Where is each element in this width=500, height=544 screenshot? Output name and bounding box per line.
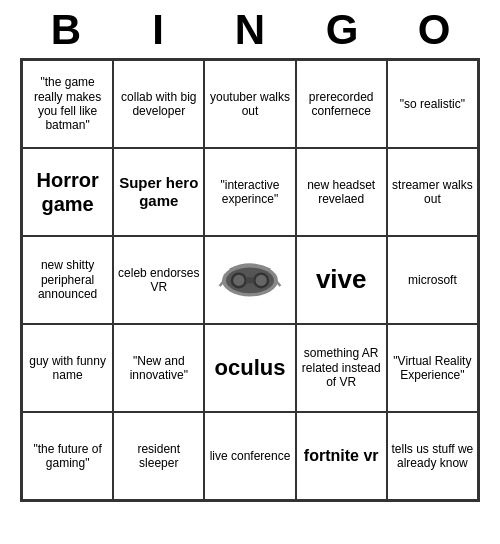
cell-text: tells us stuff we already know — [391, 442, 474, 471]
vr-headset-icon — [218, 258, 282, 302]
cell-text: "the game really makes you fell like bat… — [26, 75, 109, 133]
cell-text: "New and innovative" — [117, 354, 200, 383]
cell-text: live conference — [210, 449, 291, 463]
cell-text: fortnite vr — [304, 446, 379, 465]
cell-text: something AR related instead of VR — [300, 346, 383, 389]
cell-r4c0: "the future of gaming" — [22, 412, 113, 500]
cell-r1c0: Horror game — [22, 148, 113, 236]
cell-text: Horror game — [26, 168, 109, 216]
cell-text: resident sleeper — [117, 442, 200, 471]
cell-text: streamer walks out — [391, 178, 474, 207]
cell-text: "Virtual Reality Experience" — [391, 354, 474, 383]
cell-r3c4: "Virtual Reality Experience" — [387, 324, 478, 412]
svg-point-3 — [233, 275, 244, 286]
cell-text: oculus — [215, 355, 286, 381]
cell-r0c2: youtuber walks out — [204, 60, 295, 148]
cell-r4c3: fortnite vr — [296, 412, 387, 500]
cell-r1c4: streamer walks out — [387, 148, 478, 236]
letter-b: B — [38, 6, 94, 54]
svg-point-5 — [256, 275, 267, 286]
letter-i: I — [130, 6, 186, 54]
cell-text: prerecorded confernece — [300, 90, 383, 119]
cell-r2c3: vive — [296, 236, 387, 324]
cell-r0c4: "so realistic" — [387, 60, 478, 148]
cell-r1c1: Super hero game — [113, 148, 204, 236]
cell-text: collab with big developer — [117, 90, 200, 119]
cell-r0c1: collab with big developer — [113, 60, 204, 148]
cell-text: vive — [316, 264, 367, 295]
cell-r4c1: resident sleeper — [113, 412, 204, 500]
cell-text: new headset revelaed — [300, 178, 383, 207]
cell-r0c0: "the game really makes you fell like bat… — [22, 60, 113, 148]
cell-r3c2: oculus — [204, 324, 295, 412]
cell-r2c4: microsoft — [387, 236, 478, 324]
cell-text: guy with funny name — [26, 354, 109, 383]
bingo-grid: "the game really makes you fell like bat… — [20, 58, 480, 502]
cell-r1c2: "interactive experince" — [204, 148, 295, 236]
bingo-title: B I N G O — [20, 0, 480, 58]
cell-r4c4: tells us stuff we already know — [387, 412, 478, 500]
cell-text: "the future of gaming" — [26, 442, 109, 471]
cell-text: "interactive experince" — [208, 178, 291, 207]
cell-r3c3: something AR related instead of VR — [296, 324, 387, 412]
cell-r1c3: new headset revelaed — [296, 148, 387, 236]
svg-rect-6 — [246, 277, 254, 283]
cell-r2c0: new shitty peripheral announced — [22, 236, 113, 324]
cell-r0c3: prerecorded confernece — [296, 60, 387, 148]
letter-g: G — [314, 6, 370, 54]
cell-text: youtuber walks out — [208, 90, 291, 119]
letter-n: N — [222, 6, 278, 54]
cell-r2c1: celeb endorses VR — [113, 236, 204, 324]
cell-r3c1: "New and innovative" — [113, 324, 204, 412]
cell-text: Super hero game — [117, 174, 200, 210]
cell-r4c2: live conference — [204, 412, 295, 500]
cell-r2c2 — [204, 236, 295, 324]
cell-text: new shitty peripheral announced — [26, 258, 109, 301]
cell-r3c0: guy with funny name — [22, 324, 113, 412]
cell-text: microsoft — [408, 273, 457, 287]
cell-text: "so realistic" — [400, 97, 465, 111]
cell-text: celeb endorses VR — [117, 266, 200, 295]
letter-o: O — [406, 6, 462, 54]
